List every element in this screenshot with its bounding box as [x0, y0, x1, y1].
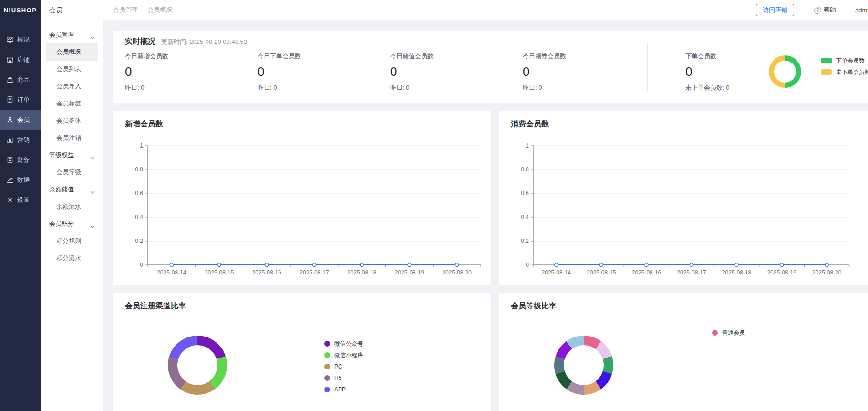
sidebar-item-order[interactable]: 订单	[0, 90, 41, 110]
stat-card: 今日下单会员数0昨日: 0	[258, 52, 382, 92]
svg-text:2025-08-15: 2025-08-15	[587, 269, 616, 276]
svg-text:0.2: 0.2	[521, 238, 529, 244]
topbar-divider	[805, 6, 805, 14]
breadcrumb-member-overview[interactable]: 会员概况	[147, 6, 172, 14]
new-members-chart-panel: 新增会员数 00.20.40.60.812025-08-142025-08-15…	[113, 111, 491, 285]
sidebar-item-label: 财务	[17, 156, 30, 164]
svg-text:2025-08-17: 2025-08-17	[677, 269, 706, 276]
stat-label: 今日新增会员数	[125, 52, 249, 61]
submenu-item[interactable]: 会员导入	[46, 78, 98, 95]
content: 实时概况 更新时间: 2025-08-20 08:48:53 今日新增会员数0昨…	[113, 31, 868, 411]
submenu-group[interactable]: 等级权益	[41, 147, 103, 164]
svg-text:0.4: 0.4	[521, 214, 529, 221]
svg-text:2025-08-20: 2025-08-20	[442, 269, 472, 276]
legend-item[interactable]: 下单会员数	[821, 55, 868, 66]
legend-marker	[821, 69, 832, 75]
order-members-legend: 下单会员数未下单会员数	[821, 55, 868, 78]
svg-text:2025-08-20: 2025-08-20	[812, 269, 842, 276]
main-area: 会员管理 - 会员概况 访问店铺 ? 帮助 admin 实时概况 更新时间: 2…	[103, 0, 868, 411]
visit-shop-button[interactable]: 访问店铺	[756, 4, 794, 16]
sidebar-item-label: 订单	[17, 95, 30, 104]
submenu-group-label: 等级权益	[49, 151, 74, 159]
submenu-item[interactable]: 积分流水	[46, 250, 98, 267]
member-level-pie-chart	[554, 336, 613, 395]
legend-marker	[712, 330, 718, 336]
overview-icon	[6, 36, 14, 43]
svg-text:0.8: 0.8	[135, 166, 143, 173]
order-icon	[6, 96, 14, 104]
sidebar-item-member[interactable]: 会员	[0, 110, 41, 130]
stat-sub: 昨日: 0	[258, 84, 382, 92]
chevron-down-icon	[90, 222, 95, 225]
svg-text:2025-08-18: 2025-08-18	[722, 269, 752, 276]
submenu-item[interactable]: 会员列表	[46, 61, 98, 78]
svg-text:2025-08-14: 2025-08-14	[542, 269, 571, 276]
submenu-group[interactable]: 余额储值	[41, 181, 103, 198]
submenu-group[interactable]: 会员积分	[41, 215, 103, 232]
legend-label: APP	[334, 386, 346, 393]
member-level-title: 会员等级比率	[511, 301, 557, 311]
consume-members-line-chart: 00.20.40.60.812025-08-142025-08-152025-0…	[499, 111, 868, 285]
settings-icon	[6, 196, 14, 204]
sidebar-item-settings[interactable]: 设置	[0, 190, 41, 210]
stats-divider	[647, 43, 648, 91]
svg-text:2025-08-19: 2025-08-19	[395, 269, 424, 276]
pie-charts-row: 会员注册渠道比率 微信公众号微信小程序PCH5APP 会员等级比率 普通会员	[113, 293, 868, 411]
svg-text:2025-08-15: 2025-08-15	[205, 269, 234, 276]
sidebar-item-goods[interactable]: 商品	[0, 70, 41, 90]
legend-item[interactable]: PC	[324, 361, 363, 372]
user-menu[interactable]: admin	[855, 0, 868, 20]
chevron-down-icon	[90, 33, 95, 36]
data-icon	[6, 176, 14, 184]
submenu-group-label: 会员管理	[49, 31, 74, 39]
submenu-item[interactable]: 余额流水	[46, 198, 98, 215]
svg-text:0.4: 0.4	[135, 214, 143, 221]
legend-item[interactable]: APP	[324, 384, 363, 395]
topbar-divider	[846, 6, 846, 14]
legend-marker	[324, 387, 330, 392]
legend-item[interactable]: 普通会员	[712, 327, 745, 338]
legend-item[interactable]: 微信公众号	[324, 338, 363, 349]
member-icon	[6, 116, 14, 124]
goods-icon	[6, 76, 14, 84]
sidebar-item-data[interactable]: 数据	[0, 170, 41, 190]
member-level-panel: 会员等级比率 普通会员	[499, 293, 868, 411]
legend-item[interactable]: H5	[324, 372, 363, 384]
legend-marker	[324, 352, 330, 358]
legend-label: H5	[334, 375, 341, 381]
consume-members-chart-panel: 消费会员数 00.20.40.60.812025-08-142025-08-15…	[499, 111, 868, 285]
stat-value: 0	[523, 64, 647, 79]
legend-item[interactable]: 未下单会员数	[821, 66, 868, 78]
realtime-title: 实时概况	[125, 37, 155, 47]
submenu-item[interactable]: 会员群体	[46, 112, 98, 129]
legend-marker	[324, 375, 330, 381]
niushop-logo: NIUSHOP	[0, 0, 41, 20]
legend-item[interactable]: 微信小程序	[324, 349, 363, 361]
submenu-list: 会员管理会员概况会员列表会员导入会员标签会员群体会员注销等级权益会员等级余额储值…	[41, 20, 103, 267]
sidebar-item-overview[interactable]: 概况	[0, 30, 41, 50]
svg-text:0.6: 0.6	[135, 190, 143, 197]
submenu-item-active[interactable]: 会员概况	[46, 43, 98, 61]
donut-hole	[177, 345, 217, 385]
svg-text:0: 0	[526, 262, 529, 268]
svg-text:2025-08-14: 2025-08-14	[157, 269, 186, 276]
help-button[interactable]: ? 帮助	[814, 0, 836, 20]
breadcrumb: 会员管理 - 会员概况	[113, 0, 172, 20]
submenu-group[interactable]: 会员管理	[41, 26, 103, 43]
breadcrumb-member-manage[interactable]: 会员管理	[113, 6, 138, 14]
submenu-item[interactable]: 会员标签	[46, 95, 98, 112]
stat-sub: 昨日: 0	[125, 84, 249, 92]
sidebar-item-marketing[interactable]: 营销	[0, 130, 41, 150]
register-channel-panel: 会员注册渠道比率 微信公众号微信小程序PCH5APP	[113, 293, 491, 411]
stat-sub: 昨日: 0	[390, 84, 514, 92]
sidebar-item-shop[interactable]: 店铺	[0, 50, 41, 70]
sidebar-item-label: 会员	[17, 116, 30, 124]
submenu-item[interactable]: 会员等级	[46, 164, 98, 181]
consume-members-chart-title: 消费会员数	[511, 119, 549, 129]
legend-label: 下单会员数	[836, 57, 865, 65]
stat-card: 今日储值会员数0昨日: 0	[390, 52, 514, 92]
sidebar-item-finance[interactable]: 财务	[0, 150, 41, 170]
submenu-item[interactable]: 会员注销	[46, 129, 98, 147]
submenu-item[interactable]: 积分规则	[46, 232, 98, 250]
new-members-chart-title: 新增会员数	[125, 119, 163, 129]
